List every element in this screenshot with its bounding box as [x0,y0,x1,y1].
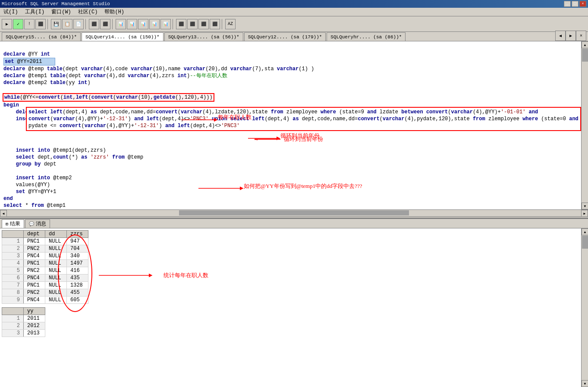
toolbar-btn-7[interactable]: 📄 [73,19,84,29]
toolbar-btn-2[interactable]: ✓ [13,19,23,29]
menu-help[interactable]: 帮助(H) [103,8,126,16]
tab-label-3: SQLQuery13.... (sa (56))* [168,34,239,40]
maximize-btn[interactable]: □ [572,1,579,7]
cell-dept: PNC4 [24,253,45,260]
cell-dd: NULL [45,296,67,304]
toolbar-btn-16[interactable]: ⬛ [187,19,198,29]
toolbar-btn-4[interactable]: ⬛ [35,19,46,29]
row-num: 3 [2,330,24,337]
editor-panel: declare @YY int set @YY=2011 declare @te… [0,41,588,209]
editor-hscrollbar[interactable]: ◀ ▶ [0,209,588,216]
results-right-scrollbar[interactable]: ▲ ▼ [581,228,588,387]
cell-zzrs: 416 [67,267,88,275]
scroll-down-btn[interactable]: ▼ [582,203,588,209]
cell-dept: PNC1 [24,238,45,245]
messages-icon: 💬 [29,222,34,227]
table-row: 8 PNC2 NULL 455 [2,289,88,296]
tab-close-btn[interactable]: × [576,31,586,41]
result-table-1: dept dd zzrs 1 PNC1 NULL 947 [2,230,88,304]
cell-dd: NULL [45,245,67,253]
cell-dd: NULL [45,267,67,275]
menu-tools[interactable]: 工具(I) [23,8,47,16]
annotation-loop-text: 循环到当前年份 [280,132,320,140]
title-controls: _ □ × [564,1,586,7]
tab-messages[interactable]: 💬 消息 [25,219,50,228]
scroll-track[interactable] [582,48,588,203]
hscroll-track[interactable] [7,210,581,216]
close-btn[interactable]: × [579,1,586,7]
tab-sqlqueryhz[interactable]: SQLQueryhr.... (sa (86))* [327,32,406,41]
cell-zzrs: 704 [67,245,88,253]
toolbar-btn-17[interactable]: ⬛ [198,19,209,29]
table-row: 6 PNC4 NULL 435 [2,275,88,282]
toolbar-btn-15[interactable]: ⬛ [176,19,186,29]
col-dept: dept [24,231,45,238]
result-table-1-container: dept dd zzrs 1 PNC1 NULL 947 [2,230,579,304]
code-area[interactable]: declare @YY int set @YY=2011 declare @te… [0,41,581,209]
hscroll-left-btn[interactable]: ◀ [0,210,7,217]
minimize-btn[interactable]: _ [564,1,571,7]
toolbar-btn-13[interactable]: 📊 [149,19,160,29]
toolbar-btn-18[interactable]: ⬛ [210,19,220,29]
cell-zzrs: 455 [67,289,88,296]
cell-zzrs: 435 [67,275,88,282]
row-num: 1 [2,315,24,322]
toolbar-btn-8[interactable]: ⬛ [89,19,99,29]
tab-scroll-right[interactable]: ▶ [566,31,576,41]
row-num: 1 [2,238,24,245]
toolbar-btn-11[interactable]: 📊 [127,19,137,29]
tab-results[interactable]: ⊞ 结果 [2,219,24,228]
toolbar-btn-1[interactable]: ▶ [2,19,12,29]
col-zzrs: zzrs [67,231,88,238]
tab-scroll-left[interactable]: ◀ [555,31,566,41]
cell-dept: PNC4 [24,275,45,282]
row-num: 2 [2,245,24,253]
tab-sqlquery14[interactable]: SQLQuery14.... (sa (150))* [82,32,164,41]
tab-sqlquery12[interactable]: SQLQuery12.... (sa (179))* [244,32,326,41]
toolbar-btn-19[interactable]: AZ [225,19,236,29]
menu-test[interactable]: 试(I) [2,8,20,16]
results-area: dept dd zzrs 1 PNC1 NULL 947 [0,228,588,387]
tab-sqlquery15[interactable]: SQLQuery15.... (sa (84))* [2,32,81,41]
tab-label-1: SQLQuery15.... (sa (84))* [6,34,77,40]
editor-right-scrollbar[interactable]: ▲ ▼ [581,41,588,209]
result-scroll-thumb[interactable] [582,236,588,249]
scroll-up-btn[interactable]: ▲ [582,41,588,48]
toolbar-btn-12[interactable]: 📊 [138,19,148,29]
cell-dd: NULL [45,282,67,289]
toolbar-btn-6[interactable]: 📋 [62,19,72,29]
sep1 [47,19,49,29]
cell-dept: PNC1 [24,282,45,289]
result-scroll-up[interactable]: ▲ [582,228,588,235]
result-scroll-track[interactable] [582,235,588,380]
result-table-2: yy 1 2011 2 2012 [2,307,45,337]
menu-community[interactable]: 社区(C) [76,8,100,16]
results-tab-label: 结果 [10,220,20,228]
title-bar: Microsoft SQL Server Management Studio _… [0,0,588,8]
row-num: 9 [2,296,24,304]
table-row: 7 PNC1 NULL 1328 [2,282,88,289]
toolbar-btn-5[interactable]: 💾 [51,19,61,29]
toolbar-btn-3[interactable]: ! [24,19,35,29]
annotation-loop: 循环到当前年份 [284,135,323,143]
toolbar-btn-10[interactable]: 📊 [116,19,126,29]
hscroll-right-btn[interactable]: ▶ [581,210,588,217]
tab-bar: SQLQuery15.... (sa (84))* SQLQuery14....… [0,32,588,41]
hscroll-thumb[interactable] [179,210,409,215]
cell-dd: NULL [45,289,67,296]
row-num: 2 [2,322,24,330]
menu-window[interactable]: 窗口(W) [50,8,73,16]
tab-sqlquery13[interactable]: SQLQuery13.... (sa (56))* [164,32,243,41]
row-num: 8 [2,289,24,296]
main-layout: Microsoft SQL Server Management Studio _… [0,0,588,387]
sep2 [85,19,87,29]
table-row: 9 PNC4 NULL 605 [2,296,88,304]
table-row: 1 2011 [2,315,45,322]
cell-zzrs: 1328 [67,282,88,289]
row-num: 3 [2,253,24,260]
scroll-thumb[interactable] [582,49,588,62]
cell-zzrs: 1497 [67,260,88,267]
result-scroll-down[interactable]: ▼ [582,380,588,387]
toolbar-btn-9[interactable]: ⬛ [100,19,110,29]
toolbar-btn-14[interactable]: 📊 [160,19,171,29]
